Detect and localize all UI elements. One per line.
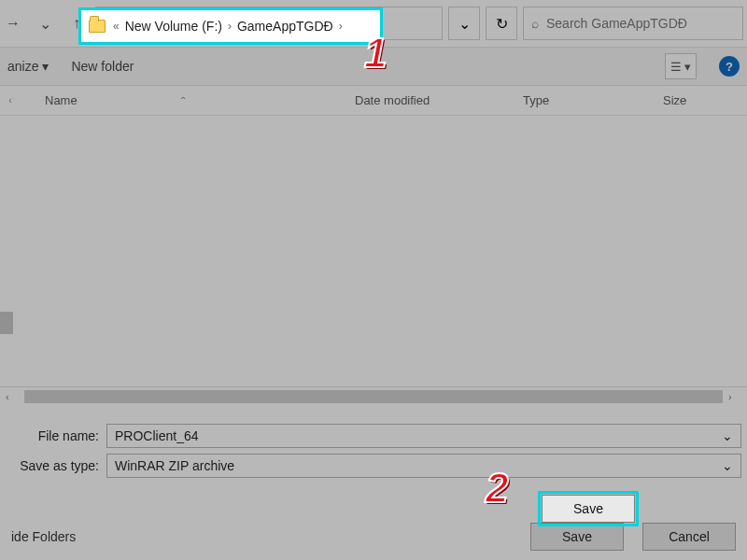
search-input[interactable]: ⌕ Search GameAppTGDĐ bbox=[523, 7, 743, 40]
annotation-highlight-2-content: Save bbox=[542, 495, 635, 523]
savetype-row: Save as type: WinRAR ZIP archive ⌄ bbox=[0, 448, 747, 478]
tree-collapse[interactable]: ‹ bbox=[0, 95, 21, 105]
savetype-value: WinRAR ZIP archive bbox=[115, 458, 234, 473]
help-button[interactable]: ? bbox=[719, 56, 740, 77]
new-folder-button[interactable]: New folder bbox=[71, 59, 134, 74]
save-label: Save bbox=[562, 529, 592, 544]
save-label: Save bbox=[573, 501, 603, 516]
history-dropdown[interactable]: ⌄ bbox=[32, 7, 58, 40]
dialog-buttons: ide Folders Save Cancel bbox=[0, 523, 747, 551]
folder-icon bbox=[102, 17, 119, 30]
file-list[interactable] bbox=[0, 116, 747, 386]
tree-scrollbar[interactable] bbox=[0, 116, 17, 386]
hide-folders-toggle[interactable]: ide Folders bbox=[11, 529, 76, 544]
scrollbar-thumb[interactable] bbox=[0, 312, 13, 334]
chevron-right-icon: › bbox=[241, 17, 245, 30]
cancel-button[interactable]: Cancel bbox=[642, 523, 736, 551]
organize-menu[interactable]: anize ▾ bbox=[7, 59, 49, 74]
column-name[interactable]: Name ⌃ bbox=[21, 93, 355, 107]
refresh-button[interactable]: ↻ bbox=[486, 7, 517, 40]
scrollbar-track[interactable] bbox=[24, 390, 723, 403]
column-size-label: Size bbox=[663, 93, 686, 107]
search-placeholder: Search GameAppTGDĐ bbox=[546, 16, 687, 31]
annotation-highlight-2 bbox=[538, 491, 639, 526]
toolbar: anize ▾ New folder ☰ ▾ ? bbox=[0, 47, 747, 86]
column-date[interactable]: Date modified bbox=[355, 93, 523, 107]
save-button[interactable]: Save bbox=[530, 523, 624, 551]
filename-label: File name: bbox=[6, 428, 99, 443]
chevron-left-icon: ‹ bbox=[8, 95, 11, 105]
address-breadcrumb[interactable]: « New Volume (F:) › GameAppTGDĐ › bbox=[95, 7, 443, 40]
nav-row: → ⌄ ↑ « New Volume (F:) › GameAppTGDĐ › … bbox=[0, 0, 747, 47]
caret-down-icon: ▾ bbox=[684, 60, 691, 74]
filename-row: File name: PROClient_64 ⌄ bbox=[0, 418, 747, 448]
chevron-left-icon[interactable]: ‹ bbox=[6, 391, 19, 402]
help-icon: ? bbox=[726, 60, 733, 74]
column-headers: ‹ Name ⌃ Date modified Type Size bbox=[0, 86, 747, 116]
column-type[interactable]: Type bbox=[523, 93, 663, 107]
empty-area bbox=[17, 116, 747, 386]
caret-down-icon: ▾ bbox=[42, 59, 49, 74]
filename-value: PROClient_64 bbox=[115, 428, 199, 443]
column-type-label: Type bbox=[523, 93, 549, 107]
view-menu[interactable]: ☰ ▾ bbox=[665, 53, 697, 79]
save-dialog: → ⌄ ↑ « New Volume (F:) › GameAppTGDĐ › … bbox=[0, 0, 747, 560]
forward-button[interactable]: → bbox=[0, 7, 26, 40]
crumb-folder[interactable]: GameAppTGDĐ bbox=[250, 16, 346, 31]
savetype-select[interactable]: WinRAR ZIP archive ⌄ bbox=[106, 454, 741, 478]
chevron-down-icon[interactable]: ⌄ bbox=[722, 458, 733, 473]
new-folder-label: New folder bbox=[71, 59, 134, 74]
column-date-label: Date modified bbox=[355, 93, 430, 107]
up-button[interactable]: ↑ bbox=[63, 7, 90, 40]
sort-asc-icon: ⌃ bbox=[179, 95, 187, 105]
arrow-up-icon: ↑ bbox=[73, 15, 80, 32]
chevron-right-icon: › bbox=[352, 17, 356, 30]
search-icon: ⌕ bbox=[531, 16, 539, 31]
filename-input[interactable]: PROClient_64 ⌄ bbox=[106, 424, 741, 448]
chevron-down-icon[interactable]: ⌄ bbox=[722, 428, 733, 443]
refresh-icon: ↻ bbox=[496, 15, 508, 33]
address-dropdown[interactable]: ⌄ bbox=[448, 7, 480, 40]
column-name-label: Name bbox=[45, 93, 78, 107]
cancel-label: Cancel bbox=[669, 529, 710, 544]
list-view-icon: ☰ bbox=[670, 60, 682, 74]
crumb-volume[interactable]: New Volume (F:) bbox=[138, 16, 235, 31]
chevron-down-icon: ⌄ bbox=[39, 15, 51, 33]
overflow-chevron-icon: « bbox=[126, 17, 133, 30]
column-size[interactable]: Size bbox=[663, 93, 747, 107]
chevron-right-icon[interactable]: › bbox=[728, 391, 741, 402]
savetype-label: Save as type: bbox=[6, 458, 99, 473]
horizontal-scrollbar[interactable]: ‹ › bbox=[0, 386, 747, 405]
chevron-down-icon: ⌄ bbox=[458, 15, 471, 33]
arrow-right-icon: → bbox=[6, 15, 21, 32]
organize-label: anize bbox=[7, 59, 38, 74]
